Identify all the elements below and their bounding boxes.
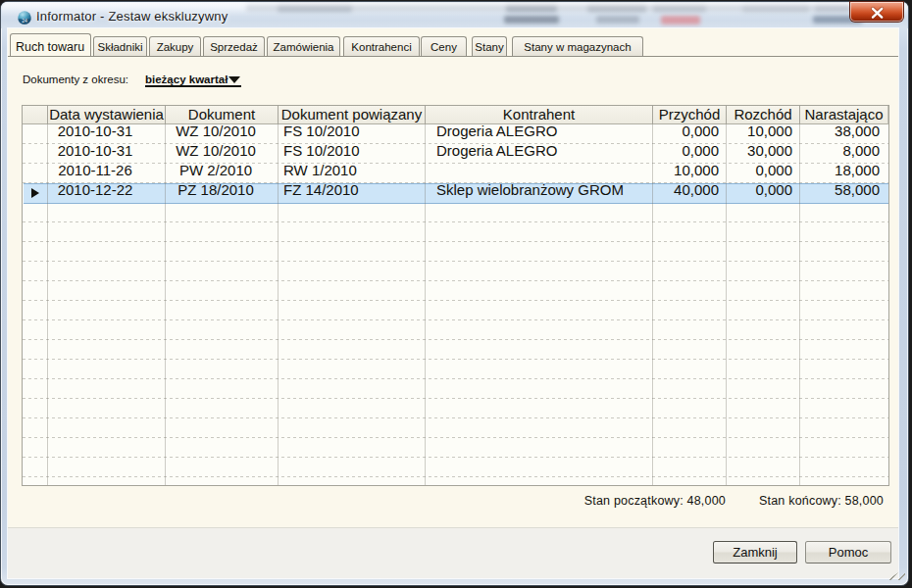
svg-text:24: 24 xyxy=(22,18,27,24)
